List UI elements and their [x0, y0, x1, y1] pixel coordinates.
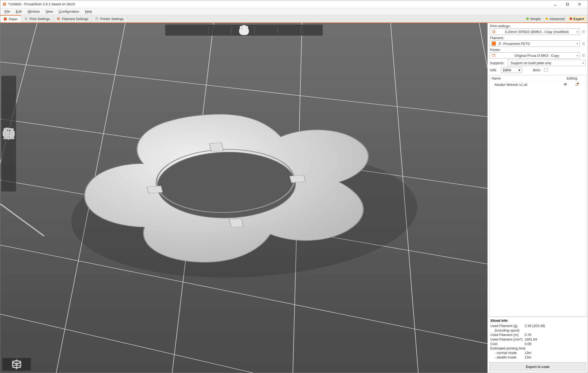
svg-point-8	[26, 18, 27, 19]
tab-label: Print Settings	[30, 17, 50, 21]
svg-rect-29	[209, 143, 224, 152]
gear-icon	[24, 17, 28, 21]
svg-rect-6	[4, 18, 7, 20]
svg-point-98	[577, 83, 578, 84]
brim-label: Brim:	[533, 68, 543, 72]
viewport-toolbar: O P	[165, 25, 323, 36]
svg-rect-89	[499, 43, 501, 45]
svg-point-96	[565, 84, 566, 85]
svg-rect-32	[290, 175, 305, 183]
printer-select[interactable]: Original Prusa i3 MK3 - Copy ▾	[490, 52, 580, 59]
menubar: File Edit Window View Configuration Help	[0, 8, 588, 15]
settings-gear-icon[interactable]	[581, 30, 586, 34]
object-list-header: Name Editing	[490, 75, 586, 82]
print-settings-label: Print settings:	[490, 24, 586, 28]
menu-window[interactable]: Window	[25, 9, 42, 14]
tab-filament-settings[interactable]: Filament Settings	[53, 15, 92, 22]
left-toolbar	[1, 76, 16, 192]
window-title: *Untitled - PrusaSlicer-2.6.1 based on S…	[8, 2, 75, 6]
tabbar: Plater Print Settings Filament Settings …	[0, 15, 588, 23]
svg-rect-93	[493, 54, 495, 55]
plater-icon	[3, 17, 7, 21]
viewmode-preview[interactable]	[17, 358, 31, 371]
menu-file[interactable]: File	[2, 9, 13, 14]
close-button[interactable]	[573, 0, 586, 8]
svg-rect-3	[566, 3, 568, 5]
mode-group: Simple Advanced Expert	[524, 15, 588, 22]
menu-configuration[interactable]: Configuration	[56, 9, 82, 14]
mode-simple[interactable]: Simple	[524, 16, 543, 21]
chevron-down-icon: ▾	[577, 42, 578, 45]
svg-rect-11	[96, 18, 98, 20]
chevron-down-icon: ▾	[519, 68, 520, 72]
sliced-info-title: Sliced Info	[490, 319, 585, 323]
filament-icon	[57, 17, 60, 21]
tab-label: Plater	[9, 17, 18, 21]
maximize-button[interactable]	[561, 0, 573, 8]
svg-rect-10	[59, 17, 59, 20]
filament-select[interactable]: Prusament PETG ▾	[490, 40, 580, 47]
object-list: Name Editing Aerator Wrench v1.stl	[489, 75, 586, 317]
eye-icon	[563, 82, 567, 86]
measure-tool[interactable]	[2, 178, 15, 190]
svg-rect-12	[96, 17, 98, 18]
svg-point-86	[493, 31, 494, 32]
gear-icon	[492, 30, 496, 34]
printer-label: Printer:	[490, 48, 586, 52]
printer-icon	[95, 17, 99, 21]
menu-view[interactable]: View	[43, 9, 56, 14]
svg-point-88	[583, 31, 584, 32]
svg-rect-30	[229, 218, 243, 227]
mode-advanced[interactable]: Advanced	[543, 16, 567, 21]
menu-help[interactable]: Help	[82, 9, 95, 14]
filament-color-swatch	[492, 41, 496, 46]
settings-gear-icon[interactable]	[581, 41, 586, 46]
svg-point-95	[583, 55, 584, 56]
export-gcode-button[interactable]: Export G-code	[489, 362, 586, 371]
minimize-button[interactable]	[549, 0, 561, 8]
infill-label: Infill:	[490, 68, 499, 72]
svg-point-91	[583, 43, 584, 44]
tab-plater[interactable]: Plater	[0, 15, 21, 22]
menu-edit[interactable]: Edit	[13, 9, 24, 14]
redo-button[interactable]	[312, 25, 322, 35]
tab-label: Filament Settings	[62, 17, 88, 21]
filament-label: Filament:	[490, 36, 586, 40]
viewmode-group	[2, 358, 31, 371]
mode-expert[interactable]: Expert	[567, 16, 586, 21]
svg-rect-31	[147, 186, 163, 193]
svg-rect-9	[57, 17, 58, 20]
app-icon	[2, 2, 7, 6]
settings-gear-icon[interactable]	[581, 53, 586, 58]
sliced-info: Sliced Info Used Filament (g)2.39 (203.3…	[488, 317, 588, 361]
supports-label: Supports:	[490, 61, 506, 65]
right-panel: Print settings: 0.20mm SPEED @MK3 - Copy…	[487, 23, 588, 373]
chevron-down-icon: ▾	[577, 54, 578, 57]
lock-icon	[498, 42, 502, 45]
object-list-row[interactable]: Aerator Wrench v1.stl	[490, 82, 586, 88]
chevron-down-icon: ▾	[582, 62, 584, 64]
visibility-toggle[interactable]	[560, 82, 571, 87]
tab-print-settings[interactable]: Print Settings	[21, 15, 53, 22]
build-plate	[0, 23, 487, 373]
edit-icon	[575, 82, 579, 86]
brim-checkbox[interactable]	[544, 68, 548, 72]
viewport-3d[interactable]: O P	[0, 23, 487, 373]
printer-icon	[492, 53, 496, 58]
tab-label: Printer Settings	[100, 17, 124, 21]
chevron-down-icon: ▾	[577, 30, 578, 33]
supports-select[interactable]: Support on build plate only ▾	[508, 60, 586, 66]
tab-printer-settings[interactable]: Printer Settings	[92, 15, 127, 22]
edit-object-button[interactable]	[571, 82, 584, 87]
print-settings-select[interactable]: 0.20mm SPEED @MK3 - Copy (modified) ▾	[490, 29, 580, 35]
svg-rect-92	[492, 55, 495, 57]
infill-select[interactable]: 100% ▾	[501, 67, 522, 73]
titlebar: *Untitled - PrusaSlicer-2.6.1 based on S…	[0, 0, 588, 8]
svg-point-1	[4, 3, 5, 5]
